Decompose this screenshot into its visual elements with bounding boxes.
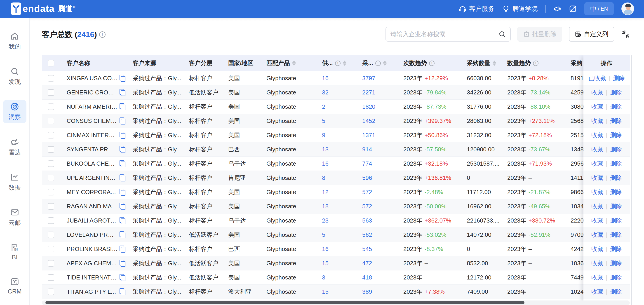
select-all-checkbox[interactable]	[48, 60, 54, 66]
customize-columns-button[interactable]: 自定义列	[569, 27, 614, 42]
column-header-pur[interactable]: 采...!	[358, 55, 400, 71]
favorite-link[interactable]: 收藏	[591, 274, 603, 282]
copy-icon[interactable]	[120, 89, 126, 96]
delete-link[interactable]: 删除	[610, 117, 622, 125]
copy-icon[interactable]	[120, 118, 126, 124]
delete-link[interactable]: 删除	[610, 245, 622, 253]
search-submit-icon[interactable]	[498, 30, 506, 38]
copy-icon[interactable]	[120, 274, 126, 281]
row-checkbox[interactable]	[48, 288, 54, 295]
sidebar-item-insight[interactable]: 洞察	[3, 100, 26, 123]
favorite-link[interactable]: 收藏	[591, 202, 603, 210]
copy-icon[interactable]	[120, 246, 126, 252]
customer-name-cell[interactable]: JUBAILI AGROTEC LI	[60, 214, 129, 228]
vertical-scrollbar-thumb[interactable]	[631, 55, 632, 305]
sup-cell[interactable]: 16	[318, 156, 358, 171]
column-info-icon[interactable]: !	[335, 60, 340, 66]
search-input[interactable]	[390, 31, 498, 38]
pur-cell[interactable]: 572	[358, 185, 400, 199]
customer-name-cell[interactable]: SYNGENTA PROTEC	[60, 142, 129, 156]
pur-cell[interactable]: 1820	[358, 100, 400, 114]
sort-icon[interactable]	[383, 60, 387, 66]
favorite-link[interactable]: 收藏	[591, 160, 603, 168]
user-avatar[interactable]	[622, 2, 634, 15]
pur-cell[interactable]: 472	[358, 256, 400, 270]
sidebar-item-cloudmail[interactable]: 云邮	[3, 206, 26, 229]
sort-icon[interactable]	[292, 60, 296, 66]
pur-cell[interactable]: 1371	[358, 128, 400, 142]
favorite-link[interactable]: 收藏	[591, 188, 603, 196]
pur-cell[interactable]: 545	[358, 242, 400, 256]
delete-link[interactable]: 删除	[610, 103, 622, 111]
sup-cell[interactable]: 8	[318, 171, 358, 185]
sup-cell[interactable]: 5	[318, 228, 358, 242]
copy-icon[interactable]	[120, 189, 126, 196]
favorite-link[interactable]: 收藏	[591, 245, 603, 253]
sup-cell[interactable]: 13	[318, 142, 358, 156]
favorite-link[interactable]: 收藏	[591, 131, 603, 139]
customer-name-cell[interactable]: XINGFA USA CORPO	[60, 71, 129, 86]
copy-icon[interactable]	[120, 260, 126, 266]
row-checkbox[interactable]	[48, 146, 54, 153]
sidebar-item-data[interactable]: 数据	[3, 170, 26, 194]
delete-link[interactable]: 删除	[613, 74, 625, 82]
column-header-product[interactable]: 匹配产品	[263, 55, 318, 71]
favorite-link[interactable]: 收藏	[591, 174, 603, 182]
row-checkbox[interactable]	[48, 232, 54, 238]
horizontal-scrollbar-thumb[interactable]	[46, 301, 524, 304]
customer-name-cell[interactable]: PROLINK BRASIL AG	[60, 242, 129, 256]
sort-icon[interactable]	[492, 60, 496, 66]
sup-cell[interactable]: 5	[318, 114, 358, 128]
favorite-link[interactable]: 已收藏	[588, 74, 606, 82]
favorite-link[interactable]: 收藏	[591, 231, 603, 239]
favorite-link[interactable]: 收藏	[591, 288, 603, 296]
favorite-link[interactable]: 收藏	[591, 88, 603, 96]
column-header-qty[interactable]: 采购数量	[463, 55, 504, 71]
copy-icon[interactable]	[120, 231, 126, 238]
row-checkbox[interactable]	[48, 104, 54, 110]
pur-cell[interactable]: 562	[358, 228, 400, 242]
sort-icon[interactable]	[343, 60, 346, 66]
row-checkbox[interactable]	[48, 175, 54, 181]
column-header-sup[interactable]: 供...!	[318, 55, 358, 71]
row-checkbox[interactable]	[48, 132, 54, 138]
sidebar-item-mine[interactable]: 我的	[3, 29, 26, 53]
pur-cell[interactable]: 2271	[358, 86, 400, 100]
sup-cell[interactable]: 15	[318, 256, 358, 270]
delete-link[interactable]: 删除	[610, 174, 622, 182]
delete-link[interactable]: 删除	[610, 131, 622, 139]
sup-cell[interactable]: 15	[318, 285, 358, 299]
copy-icon[interactable]	[120, 288, 126, 295]
delete-link[interactable]: 删除	[610, 88, 622, 96]
compress-icon[interactable]	[621, 29, 630, 39]
sup-cell[interactable]: 32	[318, 86, 358, 100]
copy-icon[interactable]	[120, 203, 126, 210]
pur-cell[interactable]: 914	[358, 142, 400, 156]
pur-cell[interactable]: 774	[358, 156, 400, 171]
customer-name-cell[interactable]: LOVELAND PRODUC	[60, 228, 129, 242]
copy-icon[interactable]	[120, 146, 126, 153]
row-checkbox[interactable]	[48, 274, 54, 281]
sidebar-item-discover[interactable]: 发现	[3, 64, 26, 88]
pur-cell[interactable]: 563	[358, 214, 400, 228]
vertical-scrollbar[interactable]	[631, 55, 632, 305]
column-info-icon[interactable]: !	[375, 60, 381, 66]
copy-icon[interactable]	[120, 217, 126, 224]
sup-cell[interactable]: 18	[318, 199, 358, 214]
customer-name-cell[interactable]: CONSUS CHEMICAL	[60, 114, 129, 128]
copy-icon[interactable]	[120, 75, 126, 82]
row-checkbox[interactable]	[48, 260, 54, 266]
column-info-icon[interactable]: !	[429, 60, 434, 66]
row-checkbox[interactable]	[48, 118, 54, 124]
row-checkbox[interactable]	[48, 189, 54, 196]
delete-link[interactable]: 删除	[610, 259, 622, 267]
horizontal-scrollbar[interactable]	[42, 300, 630, 305]
delete-link[interactable]: 删除	[610, 160, 622, 168]
sup-cell[interactable]: 2	[318, 100, 358, 114]
sup-cell[interactable]: 9	[318, 128, 358, 142]
sidebar-item-radar[interactable]: 雷达	[3, 135, 26, 158]
row-checkbox[interactable]	[48, 89, 54, 96]
customer-name-cell[interactable]: RAGAN AND MASSE	[60, 199, 129, 214]
customer-name-cell[interactable]: GENERIC CROP SCI	[60, 86, 129, 100]
copy-icon[interactable]	[120, 174, 126, 181]
